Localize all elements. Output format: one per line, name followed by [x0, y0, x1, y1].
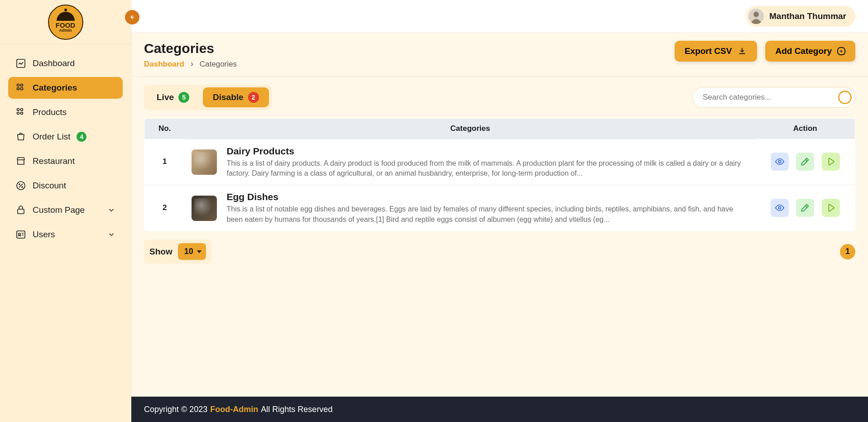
sidebar-item-discount[interactable]: Discount [8, 175, 123, 197]
store-icon [15, 156, 26, 167]
sidebar-item-label: Order List [33, 132, 70, 142]
view-button[interactable] [771, 199, 789, 217]
sidebar: FOOD Admin Dashboard Categories Products… [0, 0, 131, 422]
row-no: 1 [144, 139, 185, 185]
search-wrap [692, 87, 855, 108]
view-button[interactable] [771, 153, 789, 171]
page-size-value: 10 [184, 247, 193, 256]
export-csv-label: Export CSV [685, 46, 732, 56]
categories-table-wrap: No. Categories Action 1 Dairy Products T… [131, 118, 868, 231]
pencil-icon [800, 157, 810, 167]
tab-disable-count: 2 [248, 92, 259, 103]
sidebar-item-categories[interactable]: Categories [8, 77, 123, 99]
sidebar-item-label: Custom Page [33, 205, 85, 215]
svg-rect-4 [21, 88, 23, 90]
sidebar-item-order-list[interactable]: Order List 4 [8, 126, 123, 148]
svg-point-5 [17, 109, 19, 111]
svg-point-1 [17, 84, 19, 86]
breadcrumb-current: Categories [200, 60, 237, 69]
user-menu[interactable]: Manthan Thummar [746, 6, 855, 27]
chevron-right-icon [189, 61, 195, 67]
avatar [748, 9, 764, 24]
svg-point-17 [778, 161, 781, 163]
sidebar-item-dashboard[interactable]: Dashboard [8, 53, 123, 74]
search-input[interactable] [692, 87, 855, 108]
category-title: Egg Dishes [227, 192, 749, 202]
export-csv-button[interactable]: Export CSV [675, 41, 758, 62]
svg-point-18 [778, 207, 781, 210]
svg-point-16 [753, 11, 759, 17]
chevron-down-icon [107, 206, 115, 214]
breadcrumb-root[interactable]: Dashboard [144, 60, 184, 69]
breadcrumb: Dashboard Categories [144, 60, 237, 69]
footer-brand[interactable]: Food-Admin [210, 405, 258, 414]
page-number-label: 1 [845, 247, 850, 256]
sidebar-item-label: Users [33, 230, 55, 240]
dashboard-icon [15, 58, 26, 69]
footer-suffix: All Rights Reserved [261, 405, 332, 414]
brand-line2: Admin [59, 29, 72, 33]
page-header: Categories Dashboard Categories Export C… [131, 33, 868, 77]
svg-point-6 [21, 109, 23, 111]
page-size-select[interactable]: 10 [178, 243, 206, 260]
svg-point-11 [22, 187, 23, 187]
filter-row: Live 5 Disable 2 [131, 77, 868, 118]
table-row: 2 Egg Dishes This is a list of notable e… [144, 185, 855, 231]
bag-icon [15, 131, 26, 142]
th-action: Action [756, 119, 855, 139]
topbar: Manthan Thummar [131, 0, 868, 33]
sidebar-item-users[interactable]: Users [8, 224, 123, 245]
search-indicator-icon [838, 91, 852, 104]
pencil-icon [800, 203, 810, 213]
brand-logo[interactable]: FOOD Admin [48, 5, 83, 40]
sidebar-item-restaurant[interactable]: Restaurant [8, 150, 123, 172]
brand-line1: FOOD [56, 22, 75, 29]
svg-point-2 [21, 84, 23, 86]
sidebar-nav: Dashboard Categories Products Order List… [0, 44, 131, 256]
add-category-button[interactable]: Add Category [765, 41, 855, 62]
svg-point-14 [19, 233, 20, 235]
th-no: No. [144, 119, 185, 139]
status-tabs: Live 5 Disable 2 [144, 85, 272, 110]
edit-button[interactable] [796, 153, 814, 171]
add-category-label: Add Category [775, 46, 832, 56]
category-desc: This is a list of notable egg dishes and… [227, 204, 749, 225]
sidebar-item-label: Discount [33, 181, 66, 191]
play-icon [826, 157, 836, 167]
sidebar-item-products[interactable]: Products [8, 101, 123, 123]
play-icon [826, 203, 836, 213]
avatar-icon [748, 9, 764, 24]
sidebar-collapse-button[interactable] [125, 10, 139, 24]
svg-point-3 [17, 88, 19, 90]
eye-icon [775, 203, 785, 213]
caret-down-icon [197, 250, 201, 253]
category-title: Dairy Products [227, 146, 749, 157]
plus-square-icon [837, 47, 845, 55]
sidebar-item-custom-page[interactable]: Custom Page [8, 199, 123, 221]
svg-rect-12 [18, 209, 24, 214]
sidebar-item-label: Dashboard [33, 58, 75, 68]
svg-point-10 [19, 184, 20, 185]
pagination-row: Show 10 1 [131, 231, 868, 272]
page-size-group: Show 10 [144, 240, 211, 264]
tab-live-count: 5 [178, 92, 189, 103]
category-thumb [192, 149, 217, 175]
sidebar-item-label: Products [33, 107, 67, 117]
enable-button[interactable] [822, 153, 840, 171]
tab-live[interactable]: Live 5 [147, 87, 199, 107]
lock-icon [15, 205, 26, 216]
enable-button[interactable] [822, 199, 840, 217]
users-icon [15, 229, 26, 240]
edit-button[interactable] [796, 199, 814, 217]
circles-icon [15, 107, 26, 118]
percent-icon [15, 180, 26, 191]
svg-point-8 [21, 112, 23, 115]
categories-table: No. Categories Action 1 Dairy Products T… [144, 118, 855, 231]
svg-point-7 [17, 112, 19, 115]
page-number-1[interactable]: 1 [840, 244, 855, 259]
main-content: Categories Dashboard Categories Export C… [131, 33, 868, 397]
row-no: 2 [144, 185, 185, 231]
tab-disable[interactable]: Disable 2 [203, 87, 269, 107]
sidebar-item-label: Categories [33, 83, 77, 93]
tab-live-label: Live [157, 92, 174, 102]
